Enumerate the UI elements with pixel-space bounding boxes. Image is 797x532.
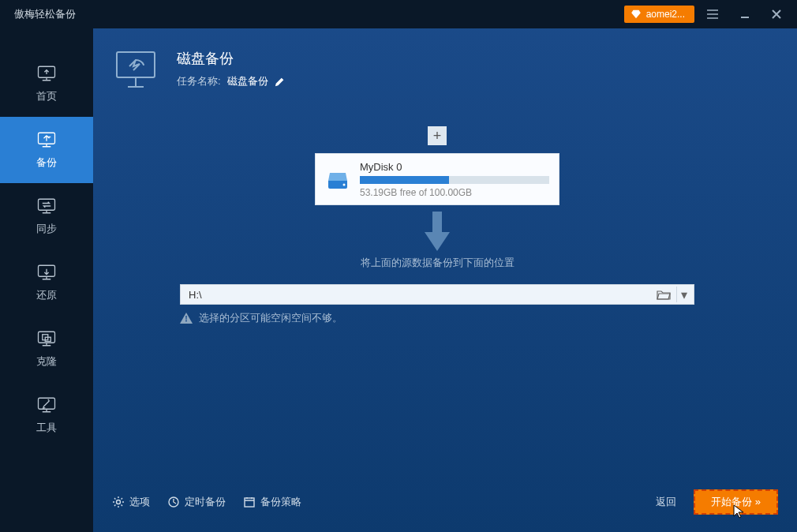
sidebar: 首页 备份 同步 还原 克隆 工具 <box>0 28 93 532</box>
svg-point-2 <box>707 17 709 19</box>
strategy-label: 备份策略 <box>260 495 301 509</box>
browse-folder-icon[interactable] <box>654 287 673 302</box>
start-backup-label: 开始备份 » <box>711 495 761 509</box>
options-link[interactable]: 选项 <box>112 495 150 509</box>
arrow-down-icon <box>421 212 453 251</box>
destination-input[interactable]: H:\ ▾ <box>180 284 694 305</box>
sidebar-item-tools[interactable]: 工具 <box>0 382 93 448</box>
diamond-icon <box>630 9 642 20</box>
sidebar-item-restore[interactable]: 还原 <box>0 249 93 316</box>
schedule-label: 定时备份 <box>185 495 226 509</box>
disk-backup-icon <box>112 49 163 88</box>
destination-row: H:\ ▾ 选择的分区可能空闲空间不够。 <box>180 284 694 325</box>
calendar-icon <box>243 496 256 508</box>
sidebar-item-home[interactable]: 首页 <box>0 51 93 117</box>
svg-point-13 <box>117 500 121 504</box>
edit-icon[interactable] <box>275 76 286 87</box>
clock-icon <box>167 496 180 508</box>
sidebar-item-label: 同步 <box>36 222 57 236</box>
main-panel: 磁盘备份 任务名称: 磁盘备份 + MyDisk 0 <box>93 28 797 532</box>
center-column: + MyDisk 0 53.19GB free of 100.00GB <box>112 126 762 325</box>
aomei-badge-label: aomei2... <box>646 9 685 20</box>
start-backup-button[interactable]: 开始备份 » <box>694 489 778 515</box>
page-title: 磁盘备份 <box>177 49 286 68</box>
footer: 选项 定时备份 备份策略 返回 开始备份 » <box>112 489 778 515</box>
gear-icon <box>112 496 125 508</box>
aomei-badge[interactable]: aomei2... <box>624 6 694 23</box>
back-button[interactable]: 返回 <box>656 495 676 509</box>
app-title: 傲梅轻松备份 <box>8 7 624 21</box>
sidebar-item-backup[interactable]: 备份 <box>0 117 93 183</box>
sidebar-item-label: 还原 <box>36 288 57 302</box>
svg-point-12 <box>343 184 346 186</box>
body: 首页 备份 同步 还原 克隆 工具 <box>0 28 797 532</box>
add-source-button[interactable]: + <box>428 126 447 145</box>
titlebar: 傲梅轻松备份 aomei2... <box>0 0 797 28</box>
sidebar-item-sync[interactable]: 同步 <box>0 183 93 249</box>
menu-icon[interactable] <box>701 2 726 27</box>
sidebar-item-label: 首页 <box>36 89 57 103</box>
disk-free-text: 53.19GB free of 100.00GB <box>360 187 549 198</box>
options-label: 选项 <box>129 495 150 509</box>
page-header: 磁盘备份 任务名称: 磁盘备份 <box>112 49 762 88</box>
sidebar-item-clone[interactable]: 克隆 <box>0 316 93 382</box>
sidebar-item-label: 备份 <box>36 155 57 170</box>
task-name-label: 任务名称: <box>177 74 221 88</box>
app-window: 傲梅轻松备份 aomei2... 首页 备份 同步 <box>0 0 797 532</box>
disk-usage-bar <box>360 176 549 184</box>
svg-rect-15 <box>245 498 254 507</box>
task-name-value: 磁盘备份 <box>227 74 268 88</box>
minimize-button[interactable] <box>732 2 758 27</box>
close-button[interactable] <box>764 2 789 27</box>
task-name-row: 任务名称: 磁盘备份 <box>177 74 286 88</box>
warning-text: 选择的分区可能空闲空间不够。 <box>199 311 342 325</box>
sidebar-item-label: 工具 <box>36 421 57 435</box>
sidebar-item-label: 克隆 <box>36 354 57 369</box>
destination-dropdown-icon[interactable]: ▾ <box>676 287 690 302</box>
disk-icon <box>325 167 350 192</box>
strategy-link[interactable]: 备份策略 <box>243 495 301 509</box>
warning-row: 选择的分区可能空闲空间不够。 <box>180 311 694 325</box>
schedule-link[interactable]: 定时备份 <box>167 495 226 509</box>
svg-rect-5 <box>39 199 55 210</box>
destination-path: H:\ <box>189 289 654 301</box>
source-disk-card[interactable]: MyDisk 0 53.19GB free of 100.00GB <box>315 153 559 205</box>
disk-name: MyDisk 0 <box>360 161 549 173</box>
svg-point-0 <box>707 9 709 11</box>
disk-info: MyDisk 0 53.19GB free of 100.00GB <box>360 161 549 198</box>
instruction-text: 将上面的源数据备份到下面的位置 <box>361 256 514 270</box>
svg-point-1 <box>707 13 709 15</box>
warning-icon <box>180 313 193 324</box>
